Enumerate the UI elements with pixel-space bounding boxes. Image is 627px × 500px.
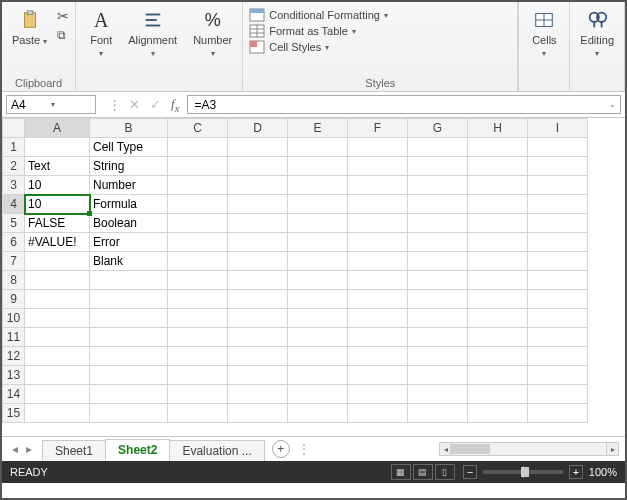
- cell[interactable]: [288, 252, 348, 271]
- cell[interactable]: [288, 328, 348, 347]
- cell[interactable]: [528, 233, 588, 252]
- row-header[interactable]: 5: [3, 214, 25, 233]
- cell[interactable]: [348, 214, 408, 233]
- chevron-down-icon[interactable]: ⌄: [609, 100, 616, 109]
- cell[interactable]: [25, 366, 90, 385]
- cell[interactable]: [528, 252, 588, 271]
- cell[interactable]: [168, 347, 228, 366]
- col-header[interactable]: I: [528, 119, 588, 138]
- row-header[interactable]: 9: [3, 290, 25, 309]
- cell[interactable]: Text: [25, 157, 90, 176]
- cancel-icon[interactable]: ✕: [129, 97, 140, 112]
- cell[interactable]: [228, 233, 288, 252]
- cell[interactable]: [468, 347, 528, 366]
- col-header[interactable]: G: [408, 119, 468, 138]
- cell[interactable]: [228, 176, 288, 195]
- row-header[interactable]: 6: [3, 233, 25, 252]
- cell[interactable]: Cell Type: [90, 138, 168, 157]
- cell[interactable]: [228, 366, 288, 385]
- cell[interactable]: [90, 385, 168, 404]
- number-button[interactable]: % Number▾: [189, 6, 236, 61]
- cell[interactable]: [228, 214, 288, 233]
- cell[interactable]: [90, 404, 168, 423]
- cell[interactable]: [348, 366, 408, 385]
- cell[interactable]: [408, 271, 468, 290]
- cell[interactable]: FALSE: [25, 214, 90, 233]
- cell[interactable]: [288, 214, 348, 233]
- row-header[interactable]: 14: [3, 385, 25, 404]
- cell[interactable]: [288, 157, 348, 176]
- cell[interactable]: [528, 176, 588, 195]
- cell[interactable]: [408, 347, 468, 366]
- cell[interactable]: [408, 233, 468, 252]
- cell[interactable]: [168, 271, 228, 290]
- horizontal-scrollbar[interactable]: ◂ ▸: [439, 442, 619, 456]
- cell[interactable]: [168, 290, 228, 309]
- cell[interactable]: [468, 366, 528, 385]
- cell[interactable]: [168, 176, 228, 195]
- cell[interactable]: [408, 385, 468, 404]
- cell[interactable]: [288, 195, 348, 214]
- cell[interactable]: [288, 138, 348, 157]
- cell[interactable]: [408, 157, 468, 176]
- cell[interactable]: [408, 138, 468, 157]
- cell[interactable]: [348, 252, 408, 271]
- col-header[interactable]: E: [288, 119, 348, 138]
- cell[interactable]: [228, 271, 288, 290]
- cell[interactable]: [168, 385, 228, 404]
- tab-sheet1[interactable]: Sheet1: [42, 440, 106, 461]
- cell[interactable]: [528, 271, 588, 290]
- name-box[interactable]: A4 ▾: [6, 95, 96, 114]
- worksheet[interactable]: A B C D E F G H I 1Cell Type 2TextString…: [2, 118, 625, 436]
- cell[interactable]: [228, 347, 288, 366]
- cell[interactable]: [25, 252, 90, 271]
- cell[interactable]: Error: [90, 233, 168, 252]
- col-header[interactable]: D: [228, 119, 288, 138]
- row-header[interactable]: 15: [3, 404, 25, 423]
- cell[interactable]: Boolean: [90, 214, 168, 233]
- paste-button[interactable]: Paste ▾: [8, 6, 51, 49]
- tab-sheet2[interactable]: Sheet2: [105, 439, 170, 461]
- cell[interactable]: [288, 271, 348, 290]
- cell[interactable]: [228, 195, 288, 214]
- cell[interactable]: [288, 385, 348, 404]
- cell[interactable]: [228, 328, 288, 347]
- row-header[interactable]: 3: [3, 176, 25, 195]
- cell[interactable]: [528, 157, 588, 176]
- cell[interactable]: [408, 404, 468, 423]
- cell[interactable]: [528, 385, 588, 404]
- cell[interactable]: [348, 347, 408, 366]
- cell[interactable]: [528, 309, 588, 328]
- cell[interactable]: [348, 290, 408, 309]
- cell[interactable]: Number: [90, 176, 168, 195]
- cell[interactable]: [348, 271, 408, 290]
- cell[interactable]: [168, 366, 228, 385]
- cell[interactable]: [25, 271, 90, 290]
- cell[interactable]: [408, 290, 468, 309]
- cell[interactable]: [25, 290, 90, 309]
- cell[interactable]: [468, 195, 528, 214]
- cell-active[interactable]: 10: [25, 195, 90, 214]
- scroll-right-icon[interactable]: ▸: [606, 443, 618, 455]
- cell[interactable]: [288, 347, 348, 366]
- row-header[interactable]: 2: [3, 157, 25, 176]
- cell[interactable]: [168, 252, 228, 271]
- cell[interactable]: [25, 309, 90, 328]
- cell[interactable]: [408, 366, 468, 385]
- cell[interactable]: [468, 233, 528, 252]
- view-page-break-button[interactable]: ▯: [435, 464, 455, 480]
- copy-icon[interactable]: ⧉: [57, 28, 69, 42]
- cell[interactable]: [348, 233, 408, 252]
- cell[interactable]: [168, 328, 228, 347]
- cell[interactable]: [468, 328, 528, 347]
- cell[interactable]: [348, 404, 408, 423]
- enter-icon[interactable]: ✓: [150, 97, 161, 112]
- conditional-formatting-button[interactable]: Conditional Formatting ▾: [249, 8, 388, 22]
- col-header[interactable]: B: [90, 119, 168, 138]
- cell[interactable]: [168, 404, 228, 423]
- row-header[interactable]: 11: [3, 328, 25, 347]
- cell[interactable]: [288, 233, 348, 252]
- view-page-layout-button[interactable]: ▤: [413, 464, 433, 480]
- cell[interactable]: [528, 290, 588, 309]
- cell[interactable]: [168, 138, 228, 157]
